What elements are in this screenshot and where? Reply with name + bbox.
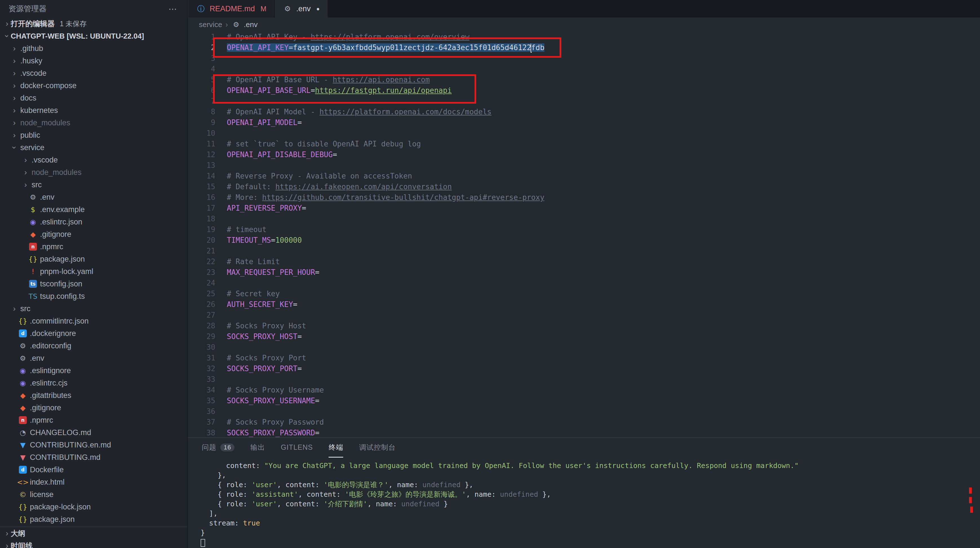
code-line-37[interactable]: 37# Socks Proxy Password bbox=[188, 417, 980, 427]
sidebar-item-.github[interactable]: ›.github bbox=[0, 42, 187, 55]
tab-readme.md[interactable]: ⓘREADME.mdM bbox=[188, 0, 275, 17]
sidebar-item-package.json[interactable]: {}package.json bbox=[0, 513, 187, 526]
sidebar-item-.gitattributes[interactable]: ◆.gitattributes bbox=[0, 389, 187, 402]
terminal[interactable]: content: "You are ChatGPT, a large langu… bbox=[188, 457, 980, 547]
code-line-31[interactable]: 31# Socks Proxy Port bbox=[188, 353, 980, 363]
code-line-27[interactable]: 27 bbox=[188, 310, 980, 321]
sidebar-item-pnpm-lock.yaml[interactable]: !pnpm-lock.yaml bbox=[0, 265, 187, 278]
code-line-5[interactable]: 5# OpenAI API Base URL - https://api.ope… bbox=[188, 74, 980, 85]
code-line-9[interactable]: 9OPENAI_API_MODEL= bbox=[188, 117, 980, 128]
code-line-38[interactable]: 38SOCKS_PROXY_PASSWORD= bbox=[188, 427, 980, 437]
line-number: 1 bbox=[188, 32, 215, 42]
code-line-24[interactable]: 24 bbox=[188, 278, 980, 288]
code-line-3[interactable]: 3 bbox=[188, 53, 980, 64]
sidebar-item-docs[interactable]: ›docs bbox=[0, 92, 187, 104]
code-line-14[interactable]: 14# Reverse Proxy - Available on accessT… bbox=[188, 171, 980, 181]
sidebar-item-.env.example[interactable]: $.env.example bbox=[0, 203, 187, 216]
panel-tab-终端[interactable]: 终端 bbox=[329, 438, 343, 457]
breadcrumb-file[interactable]: ⚙.env bbox=[231, 20, 258, 29]
workspace-section[interactable]: › CHATGPT-WEB [WSL: UBUNTU-22.04] bbox=[0, 30, 187, 42]
code-line-32[interactable]: 32SOCKS_PROXY_PORT= bbox=[188, 363, 980, 374]
sidebar-item-src[interactable]: ›src bbox=[0, 178, 187, 191]
sidebar-item-license[interactable]: ©license bbox=[0, 488, 187, 501]
sidebar-item-index.html[interactable]: <>index.html bbox=[0, 476, 187, 488]
code-line-2[interactable]: 2OPENAI_API_KEY=fastgpt-y6b3axfbdd5wyp01… bbox=[188, 42, 980, 53]
terminal-segment: 'user' bbox=[251, 500, 277, 508]
code-segment: # OpenAI API Model - bbox=[227, 108, 320, 116]
code-line-11[interactable]: 11# set `true` to disable OpenAI API deb… bbox=[188, 138, 980, 149]
breadcrumb-folder[interactable]: service bbox=[199, 20, 222, 29]
sidebar-item-.gitignore[interactable]: ◆.gitignore bbox=[0, 402, 187, 414]
sidebar-item-tsup.config.ts[interactable]: TStsup.config.ts bbox=[0, 290, 187, 302]
panel-tab-问题[interactable]: 问题16 bbox=[202, 438, 234, 457]
item-label: .vscode bbox=[20, 69, 46, 78]
code-line-12[interactable]: 12OPENAI_API_DISABLE_DEBUG= bbox=[188, 149, 980, 160]
sidebar-item-docker-compose[interactable]: ›docker-compose bbox=[0, 79, 187, 92]
sidebar-item-changelog.md[interactable]: ◔CHANGELOG.md bbox=[0, 426, 187, 439]
panel-tab-调试控制台[interactable]: 调试控制台 bbox=[359, 438, 396, 457]
sidebar-item-.commitlintrc.json[interactable]: {}.commitlintrc.json bbox=[0, 315, 187, 327]
sidebar-item-contributing.en.md[interactable]: ▼CONTRIBUTING.en.md bbox=[0, 439, 187, 451]
sidebar-item-node_modules[interactable]: ›node_modules bbox=[0, 166, 187, 178]
code-line-23[interactable]: 23MAX_REQUEST_PER_HOUR= bbox=[188, 267, 980, 278]
sidebar-item-.npmrc[interactable]: n.npmrc bbox=[0, 414, 187, 426]
code-line-18[interactable]: 18 bbox=[188, 213, 980, 224]
sidebar-item-dockerfile[interactable]: dDockerfile bbox=[0, 464, 187, 476]
panel-tab-GITLENS[interactable]: GITLENS bbox=[281, 438, 313, 457]
code-line-17[interactable]: 17API_REVERSE_PROXY= bbox=[188, 203, 980, 213]
code-line-7[interactable]: 7 bbox=[188, 96, 980, 106]
sidebar-item-src[interactable]: ›src bbox=[0, 302, 187, 315]
code-segment: # More: bbox=[227, 193, 262, 202]
code-line-20[interactable]: 20TIMEOUT_MS=100000 bbox=[188, 235, 980, 246]
sidebar-item-.env[interactable]: ⚙.env bbox=[0, 352, 187, 364]
sidebar-item-.npmrc[interactable]: n.npmrc bbox=[0, 240, 187, 253]
line-content: # Default: https://ai.fakeopen.com/api/c… bbox=[215, 181, 452, 192]
code-line-30[interactable]: 30 bbox=[188, 342, 980, 353]
sidebar-item-node_modules[interactable]: ›node_modules bbox=[0, 117, 187, 129]
sidebar-item-.dockerignore[interactable]: d.dockerignore bbox=[0, 327, 187, 340]
code-line-21[interactable]: 21 bbox=[188, 246, 980, 256]
code-line-15[interactable]: 15# Default: https://ai.fakeopen.com/api… bbox=[188, 181, 980, 192]
sidebar-item-package.json[interactable]: {}package.json bbox=[0, 253, 187, 265]
code-line-10[interactable]: 10 bbox=[188, 128, 980, 138]
code-line-36[interactable]: 36 bbox=[188, 406, 980, 417]
chevron-separator-icon: › bbox=[226, 20, 228, 29]
sidebar-item-public[interactable]: ›public bbox=[0, 129, 187, 141]
sidebar-item-.vscode[interactable]: ›.vscode bbox=[0, 154, 187, 166]
sidebar-item-.eslintignore[interactable]: ◉.eslintignore bbox=[0, 364, 187, 377]
code-line-29[interactable]: 29SOCKS_PROXY_HOST= bbox=[188, 331, 980, 342]
sidebar-item-service[interactable]: ›service bbox=[0, 141, 187, 154]
sidebar-item-package-lock.json[interactable]: {}package-lock.json bbox=[0, 501, 187, 513]
code-editor[interactable]: 1# OpenAI API Key - https://platform.ope… bbox=[188, 32, 980, 437]
sidebar-item-.env[interactable]: ⚙.env bbox=[0, 191, 187, 203]
sidebar-item-tsconfig.json[interactable]: tstsconfig.json bbox=[0, 278, 187, 290]
sidebar-item-.eslintrc.cjs[interactable]: ◉.eslintrc.cjs bbox=[0, 377, 187, 389]
panel-tab-输出[interactable]: 输出 bbox=[250, 438, 265, 457]
more-actions-icon[interactable]: ⋯ bbox=[169, 4, 178, 14]
code-line-33[interactable]: 33 bbox=[188, 374, 980, 385]
code-line-28[interactable]: 28# Socks Proxy Host bbox=[188, 321, 980, 331]
sidebar-item-.gitignore[interactable]: ◆.gitignore bbox=[0, 228, 187, 240]
code-line-25[interactable]: 25# Secret key bbox=[188, 288, 980, 299]
code-line-6[interactable]: 6OPENAI_API_BASE_URL=https://fastgpt.run… bbox=[188, 85, 980, 96]
open-editors-section[interactable]: › 打开的编辑器 1 未保存 bbox=[0, 17, 187, 30]
timeline-section[interactable]: › 时间线 bbox=[0, 540, 187, 548]
outline-section[interactable]: › 大纲 bbox=[0, 527, 187, 540]
code-line-35[interactable]: 35SOCKS_PROXY_USERNAME= bbox=[188, 396, 980, 406]
code-line-16[interactable]: 16# More: https://github.com/transitive-… bbox=[188, 192, 980, 203]
sidebar-item-contributing.md[interactable]: ▼CONTRIBUTING.md bbox=[0, 451, 187, 464]
sidebar-item-.editorconfig[interactable]: ⚙.editorconfig bbox=[0, 340, 187, 352]
code-line-8[interactable]: 8# OpenAI API Model - https://platform.o… bbox=[188, 106, 980, 117]
code-line-13[interactable]: 13 bbox=[188, 160, 980, 171]
code-line-26[interactable]: 26AUTH_SECRET_KEY= bbox=[188, 299, 980, 310]
tab-.env[interactable]: ⚙.env● bbox=[275, 0, 328, 17]
code-line-34[interactable]: 34# Socks Proxy Username bbox=[188, 385, 980, 396]
sidebar-item-.eslintrc.json[interactable]: ◉.eslintrc.json bbox=[0, 216, 187, 228]
code-line-19[interactable]: 19# timeout bbox=[188, 224, 980, 235]
sidebar-item-.vscode[interactable]: ›.vscode bbox=[0, 67, 187, 79]
sidebar-item-kubernetes[interactable]: ›kubernetes bbox=[0, 104, 187, 117]
sidebar-item-.husky[interactable]: ›.husky bbox=[0, 55, 187, 67]
code-line-22[interactable]: 22# Rate Limit bbox=[188, 256, 980, 267]
code-line-1[interactable]: 1# OpenAI API Key - https://platform.ope… bbox=[188, 32, 980, 42]
code-line-4[interactable]: 4 bbox=[188, 64, 980, 74]
